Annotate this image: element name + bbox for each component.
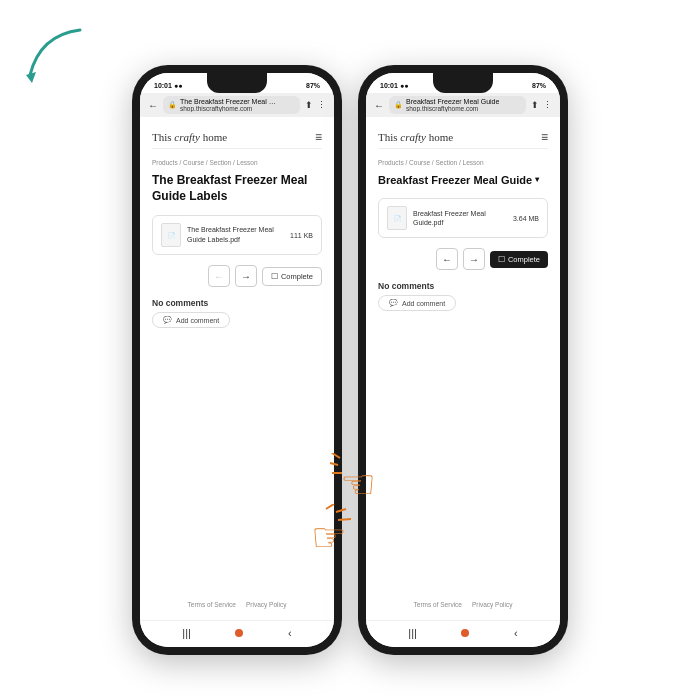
status-right-side: 87%: [532, 82, 546, 89]
browser-url-right: shop.thiscraftyhome.com: [406, 105, 499, 112]
lock-icon-left: 🔒: [168, 101, 177, 109]
browser-url-box-left: 🔒 The Breakfast Freezer Meal Gui... shop…: [163, 96, 300, 114]
nav-buttons-left: ← → ☐ Complete: [152, 265, 322, 287]
bottom-bars-left: |||: [182, 627, 191, 639]
dropdown-arrow-right[interactable]: ▾: [535, 175, 539, 185]
battery-left: 87%: [306, 82, 320, 89]
add-comment-btn-left[interactable]: 💬 Add comment: [152, 312, 230, 328]
browser-url-box-right: 🔒 Breakfast Freezer Meal Guide shop.this…: [389, 96, 526, 114]
share-icon-left[interactable]: ⬆: [305, 100, 313, 110]
file-size-left: 111 KB: [290, 232, 313, 239]
phone-screen-left: 10:01 ●● 87% ← 🔒 The Breakfast Freezer M…: [140, 73, 334, 647]
file-icon-left: 📄: [161, 223, 181, 247]
nav-back-btn-right[interactable]: ←: [436, 248, 458, 270]
more-icon-left[interactable]: ⋮: [317, 100, 326, 110]
file-card-left: 📄 The Breakfast Freezer Meal Guide Label…: [152, 215, 322, 255]
privacy-right[interactable]: Privacy Policy: [472, 601, 512, 608]
terms-left[interactable]: Terms of Service: [188, 601, 236, 608]
nav-buttons-right: ← → ☐ Complete: [378, 248, 548, 270]
phone-right: 10:01 ●● 87% ← 🔒 Breakfast Freezer Meal …: [358, 65, 568, 655]
svg-line-3: [338, 519, 351, 520]
time-right: 10:01: [380, 82, 398, 89]
comment-icon-right: 💬: [389, 299, 398, 307]
page-content-right: This crafty home ≡ Products / Course / S…: [366, 117, 560, 620]
file-icon-right: 📄: [387, 206, 407, 230]
page-title-right: Breakfast Freezer Meal Guide ▾: [378, 173, 548, 187]
phones-wrapper: 10:01 ●● 87% ← 🔒 The Breakfast Freezer M…: [0, 0, 700, 700]
browser-title-right: Breakfast Freezer Meal Guide: [406, 98, 499, 105]
nav-back-btn-left[interactable]: ←: [208, 265, 230, 287]
breadcrumb-right: Products / Course / Section / Lesson: [378, 159, 548, 166]
page-footer-right: Terms of Service Privacy Policy: [378, 595, 548, 612]
status-right-left: 87%: [306, 82, 320, 89]
logo-crafty-right: crafty: [400, 131, 426, 143]
logo-crafty-left: crafty: [174, 131, 200, 143]
status-right-left-side: 10:01 ●●: [380, 82, 408, 89]
add-comment-btn-right[interactable]: 💬 Add comment: [378, 295, 456, 311]
arrow-annotation: [20, 20, 100, 90]
file-info-left: The Breakfast Freezer Meal Guide Labels.…: [187, 225, 284, 245]
file-info-right: Breakfast Freezer Meal Guide.pdf: [413, 209, 507, 229]
browser-url-left: shop.thiscraftyhome.com: [180, 105, 280, 112]
browser-back-right[interactable]: ←: [374, 100, 384, 111]
bottom-dot-right: [461, 629, 469, 637]
page-footer-left: Terms of Service Privacy Policy: [152, 595, 322, 612]
page-content-left: This crafty home ≡ Products / Course / S…: [140, 117, 334, 620]
page-title-left: The Breakfast Freezer Meal Guide Labels: [152, 173, 322, 204]
phone-notch-left: [207, 73, 267, 93]
signal-left: ●●: [174, 82, 182, 89]
battery-right: 87%: [532, 82, 546, 89]
time-left: 10:01: [154, 82, 172, 89]
bottom-back-right[interactable]: ‹: [514, 627, 518, 639]
file-size-right: 3.64 MB: [513, 215, 539, 222]
complete-btn-left[interactable]: ☐ Complete: [262, 267, 322, 286]
site-logo-left: This crafty home: [152, 131, 227, 143]
bottom-back-left[interactable]: ‹: [288, 627, 292, 639]
comments-section-left: No comments 💬 Add comment: [152, 298, 322, 328]
comments-section-right: No comments 💬 Add comment: [378, 281, 548, 311]
site-logo-right: This crafty home: [378, 131, 453, 143]
more-icon-right[interactable]: ⋮: [543, 100, 552, 110]
browser-bar-left: ← 🔒 The Breakfast Freezer Meal Gui... sh…: [140, 93, 334, 117]
complete-btn-right[interactable]: ☐ Complete: [490, 251, 548, 268]
site-header-right: This crafty home ≡: [378, 125, 548, 149]
phone-notch-right: [433, 73, 493, 93]
nav-forward-btn-right[interactable]: →: [463, 248, 485, 270]
svg-marker-0: [26, 72, 36, 83]
complete-checkbox-right: ☐: [498, 255, 505, 264]
site-header-left: This crafty home ≡: [152, 125, 322, 149]
svg-line-2: [336, 509, 346, 512]
bottom-bar-right: ||| ‹: [366, 620, 560, 647]
share-icon-right[interactable]: ⬆: [531, 100, 539, 110]
bottom-bar-left: ||| ‹: [140, 620, 334, 647]
phone-screen-right: 10:01 ●● 87% ← 🔒 Breakfast Freezer Meal …: [366, 73, 560, 647]
browser-title-left: The Breakfast Freezer Meal Gui...: [180, 98, 280, 105]
comment-icon-left: 💬: [163, 316, 172, 324]
terms-right[interactable]: Terms of Service: [414, 601, 462, 608]
bottom-bars-right: |||: [408, 627, 417, 639]
hamburger-right[interactable]: ≡: [541, 130, 548, 144]
complete-checkbox-left: ☐: [271, 272, 278, 281]
comments-label-left: No comments: [152, 298, 322, 308]
file-card-right: 📄 Breakfast Freezer Meal Guide.pdf 3.64 …: [378, 198, 548, 238]
comments-label-right: No comments: [378, 281, 548, 291]
lock-icon-right: 🔒: [394, 101, 403, 109]
breadcrumb-left: Products / Course / Section / Lesson: [152, 159, 322, 166]
phone-left: 10:01 ●● 87% ← 🔒 The Breakfast Freezer M…: [132, 65, 342, 655]
browser-back-left[interactable]: ←: [148, 100, 158, 111]
privacy-left[interactable]: Privacy Policy: [246, 601, 286, 608]
nav-forward-btn-left[interactable]: →: [235, 265, 257, 287]
browser-bar-right: ← 🔒 Breakfast Freezer Meal Guide shop.th…: [366, 93, 560, 117]
hamburger-left[interactable]: ≡: [315, 130, 322, 144]
signal-right: ●●: [400, 82, 408, 89]
browser-icons-right: ⬆ ⋮: [531, 100, 552, 110]
bottom-dot-left: [235, 629, 243, 637]
status-left: 10:01 ●●: [154, 82, 182, 89]
browser-icons-left: ⬆ ⋮: [305, 100, 326, 110]
